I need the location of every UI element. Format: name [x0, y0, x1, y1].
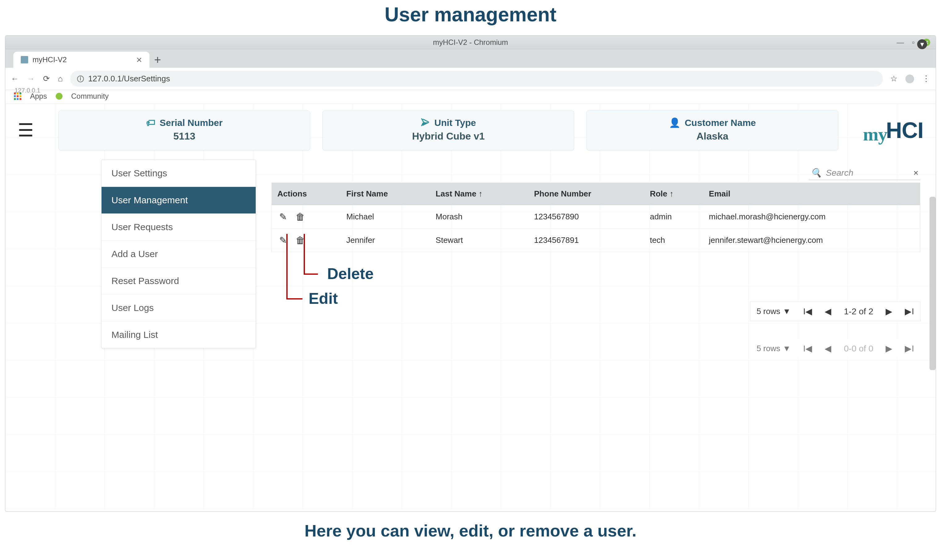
url-field[interactable]: i 127.0.0.1/UserSettings [70, 71, 883, 87]
search-placeholder: Search [826, 168, 853, 178]
nav-back-icon[interactable]: ← [11, 74, 19, 83]
footer-description: Here you can view, edit, or remove a use… [0, 521, 941, 540]
col-last-name[interactable]: Last Name ↑ [430, 183, 528, 205]
brand-prefix: my [863, 124, 887, 145]
tab-favicon [21, 56, 28, 63]
app-viewport: ☰ 🏷 Serial Number 5113 ⮚ Unit Type Hybri… [5, 104, 936, 509]
infocard-unit-type: ⮚ Unit Type Hybrid Cube v1 [323, 111, 574, 150]
delete-icon[interactable]: 🗑 [296, 212, 305, 222]
col-phone[interactable]: Phone Number [528, 183, 644, 205]
sidebar-item-add-user[interactable]: Add a User [102, 241, 256, 268]
table-header-row: Actions First Name Last Name ↑ Phone Num… [272, 183, 920, 205]
page-range: 1-2 of 2 [844, 307, 873, 317]
chevron-down-icon: ▼ [783, 344, 791, 353]
last-page-icon[interactable]: ▶I [905, 306, 914, 317]
window-title: myHCI-V2 - Chromium [433, 38, 508, 47]
tab-title: myHCI-V2 [32, 55, 67, 64]
overlay-ip-text: 127.0.0.1 [15, 87, 40, 94]
infocard-value: Alaska [593, 131, 832, 142]
table-row: ✎ 🗑 Michael Morash 1234567890 admin mich… [272, 205, 920, 229]
new-tab-button[interactable]: + [149, 52, 166, 68]
chevron-down-icon: ▼ [783, 307, 791, 316]
menu-kebab-icon[interactable]: ⋮ [922, 74, 930, 83]
infocard-serial: 🏷 Serial Number 5113 [59, 111, 310, 150]
next-page-icon[interactable]: ▶ [886, 306, 892, 317]
col-actions: Actions [272, 183, 341, 205]
sidebar-item-user-settings[interactable]: User Settings [102, 160, 256, 187]
tab-close-icon[interactable]: × [136, 55, 142, 65]
first-page-icon[interactable]: I◀ [803, 343, 812, 354]
edit-icon[interactable]: ✎ [279, 212, 287, 222]
infocard-value: Hybrid Cube v1 [329, 131, 568, 142]
infocard-customer: 👤 Customer Name Alaska [587, 110, 838, 150]
hamburger-menu-icon[interactable]: ☰ [18, 121, 34, 139]
app-body: User Settings User Management User Reque… [5, 157, 936, 460]
last-page-icon[interactable]: ▶I [905, 343, 914, 354]
rows-per-page[interactable]: 5 rows ▼ [756, 344, 790, 353]
window-titlebar: myHCI-V2 - Chromium — ▫ × [5, 35, 936, 49]
tab-strip: myHCI-V2 × + ▾ [5, 49, 936, 68]
infocard-label: Unit Type [434, 118, 476, 128]
cell-phone: 1234567891 [528, 229, 644, 252]
nav-forward-icon[interactable]: → [27, 74, 35, 83]
site-info-icon[interactable]: i [77, 75, 84, 82]
page-range: 0-0 of 0 [844, 344, 873, 354]
rows-per-page[interactable]: 5 rows ▼ [756, 307, 790, 316]
infocard-label: Customer Name [685, 118, 756, 128]
col-role[interactable]: Role ↑ [644, 183, 703, 205]
settings-sidebar: User Settings User Management User Reque… [101, 160, 256, 348]
cell-last: Stewart [430, 229, 528, 252]
users-panel: 🔍 Search × Actions First Name Last Name … [271, 166, 920, 451]
cell-email: jennifer.stewart@hcienergy.com [703, 229, 920, 252]
table-pager-inner: 5 rows ▼ I◀ ◀ 1-2 of 2 ▶ ▶I [750, 302, 920, 321]
cell-phone: 1234567890 [528, 205, 644, 229]
annotation-lines [278, 234, 402, 333]
sidebar-item-user-logs[interactable]: User Logs [102, 295, 256, 322]
double-arrow-icon: ⮚ [420, 118, 430, 128]
annotation-edit-label: Edit [309, 289, 338, 308]
address-bar: ← → ⟳ ⌂ i 127.0.0.1/UserSettings ☆ ⋮ [5, 68, 936, 90]
col-email[interactable]: Email [703, 183, 920, 205]
cell-role: admin [644, 205, 703, 229]
prev-page-icon[interactable]: ◀ [825, 343, 832, 354]
infocard-value: 5113 [65, 131, 303, 142]
search-icon: 🔍 [811, 168, 821, 178]
first-page-icon[interactable]: I◀ [803, 306, 812, 317]
url-text: 127.0.0.1/UserSettings [88, 74, 170, 83]
cell-email: michael.morash@hcienergy.com [703, 205, 920, 229]
sidebar-item-reset-password[interactable]: Reset Password [102, 268, 256, 295]
brand-main: HCI [886, 118, 923, 143]
bookmark-star-icon[interactable]: ☆ [890, 74, 897, 83]
sidebar-item-user-management[interactable]: User Management [102, 187, 256, 214]
community-bookmark-icon[interactable] [56, 93, 63, 100]
tab-overflow-button[interactable]: ▾ [917, 39, 927, 49]
window-maximize-icon[interactable]: ▫ [912, 38, 915, 47]
bookmarks-community-label[interactable]: Community [71, 92, 109, 100]
col-first-name[interactable]: First Name [341, 183, 430, 205]
search-field[interactable]: 🔍 Search × [809, 166, 920, 180]
cell-last: Morash [430, 205, 528, 229]
infocard-label: Serial Number [160, 118, 223, 128]
cell-role: tech [644, 229, 703, 252]
tag-icon: 🏷 [146, 118, 156, 128]
annotation-delete-label: Delete [327, 265, 374, 283]
profile-avatar-icon[interactable] [906, 75, 914, 83]
nav-reload-icon[interactable]: ⟳ [43, 74, 50, 83]
rows-label: 5 rows [756, 344, 780, 353]
bookmarks-bar: 127.0.0.1 Apps Community [5, 90, 936, 104]
brand-logo: my HCI [851, 118, 923, 143]
sidebar-item-user-requests[interactable]: User Requests [102, 214, 256, 241]
browser-window: myHCI-V2 - Chromium — ▫ × myHCI-V2 × + ▾… [5, 35, 936, 512]
person-icon: 👤 [669, 117, 681, 128]
prev-page-icon[interactable]: ◀ [825, 306, 832, 317]
page-heading: User management [0, 0, 941, 35]
nav-home-icon[interactable]: ⌂ [58, 74, 63, 83]
clear-search-icon[interactable]: × [913, 168, 918, 178]
rows-label: 5 rows [756, 307, 780, 316]
table-pager-outer: 5 rows ▼ I◀ ◀ 0-0 of 0 ▶ ▶I [750, 339, 920, 358]
sidebar-item-mailing-list[interactable]: Mailing List [102, 322, 256, 348]
next-page-icon[interactable]: ▶ [886, 343, 892, 354]
cell-first: Michael [341, 205, 430, 229]
browser-tab[interactable]: myHCI-V2 × [13, 52, 149, 68]
window-minimize-icon[interactable]: — [896, 38, 904, 47]
